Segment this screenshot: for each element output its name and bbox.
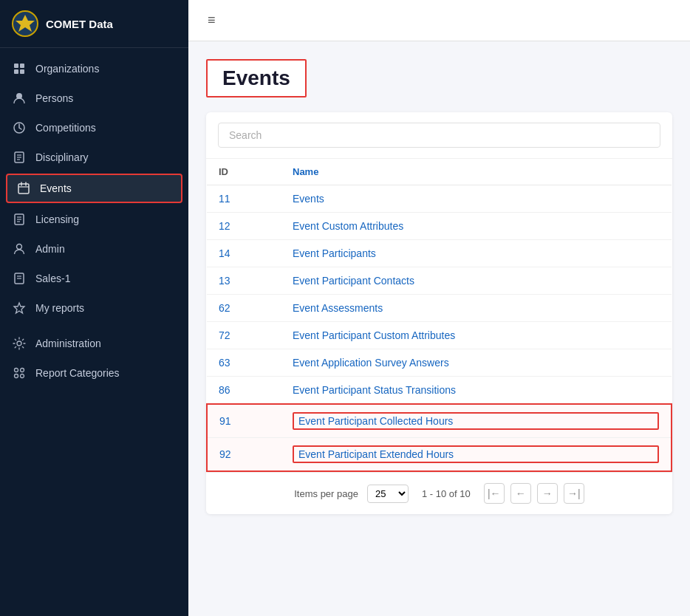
- svg-point-28: [15, 374, 18, 378]
- events-card: ID Name 11Events12Event Custom Attribute…: [206, 112, 672, 514]
- search-input[interactable]: [218, 123, 660, 148]
- cell-name[interactable]: Event Participant Collected Hours: [281, 404, 672, 438]
- sidebar-nav: Organizations Persons Competitions Disci…: [0, 48, 188, 394]
- pagination-prev[interactable]: ←: [510, 483, 531, 504]
- svg-point-20: [17, 244, 22, 250]
- table-row: 92Event Participant Extended Hours: [207, 438, 672, 472]
- table-row: 91Event Participant Collected Hours: [207, 404, 672, 438]
- search-box: [206, 112, 672, 159]
- svg-rect-5: [20, 69, 24, 74]
- svg-rect-2: [14, 64, 18, 68]
- page-area: Events ID Name 11Events12Event Custom At…: [188, 41, 690, 616]
- table-row: 72Event Participant Custom Attributes: [207, 322, 672, 349]
- sidebar: COMET Data Organizations Persons Competi…: [0, 0, 188, 616]
- svg-marker-24: [14, 303, 24, 313]
- sidebar-item-label: Licensing: [35, 213, 79, 225]
- disciplinary-icon: [12, 150, 27, 165]
- svg-point-25: [17, 341, 21, 346]
- table-row: 63Event Application Survey Answers: [207, 349, 672, 377]
- sidebar-item-label: Events: [40, 182, 72, 194]
- hamburger-menu[interactable]: ≡: [203, 10, 220, 31]
- sidebar-item-label: Persons: [35, 92, 73, 104]
- cell-name[interactable]: Event Application Survey Answers: [281, 349, 672, 377]
- cell-id[interactable]: 92: [207, 438, 281, 472]
- cell-id[interactable]: 91: [207, 404, 281, 438]
- sidebar-item-label: Report Categories: [35, 367, 120, 379]
- cell-id[interactable]: 86: [207, 377, 281, 405]
- svg-point-26: [15, 369, 18, 372]
- app-title: COMET Data: [46, 18, 113, 30]
- sidebar-item-sales1[interactable]: Sales-1: [0, 264, 188, 293]
- table-row: 12Event Custom Attributes: [207, 213, 672, 240]
- table-row: 13Event Participant Contacts: [207, 267, 672, 295]
- table-row: 14Event Participants: [207, 240, 672, 267]
- admin-icon: [12, 242, 27, 256]
- sidebar-item-label: Sales-1: [35, 273, 70, 284]
- svg-rect-12: [18, 184, 29, 194]
- cell-name[interactable]: Event Participant Extended Hours: [281, 438, 672, 472]
- topbar: ≡: [188, 0, 690, 41]
- cell-name[interactable]: Event Participant Contacts: [281, 267, 672, 295]
- competitions-icon: [12, 120, 27, 135]
- sidebar-item-licensing[interactable]: Licensing: [0, 205, 188, 234]
- page-title: Events: [222, 66, 290, 90]
- svg-point-29: [21, 374, 24, 378]
- sidebar-item-competitions[interactable]: Competitions: [0, 113, 188, 143]
- table-row: 86Event Participant Status Transitions: [207, 377, 672, 405]
- events-icon: [16, 181, 31, 196]
- pagination-first[interactable]: |←: [484, 483, 505, 504]
- app-logo: [12, 10, 38, 37]
- sidebar-item-report-categories[interactable]: Report Categories: [0, 358, 188, 388]
- administration-icon: [12, 336, 27, 351]
- svg-point-27: [21, 369, 24, 372]
- cell-name[interactable]: Event Participant Status Transitions: [281, 377, 672, 405]
- svg-rect-4: [14, 69, 18, 74]
- items-per-page-label: Items per page: [294, 488, 358, 499]
- cell-id[interactable]: 11: [207, 185, 281, 213]
- col-name: Name: [281, 159, 672, 185]
- sales-icon: [12, 271, 27, 286]
- cell-name[interactable]: Event Participants: [281, 240, 672, 267]
- cell-name[interactable]: Event Custom Attributes: [281, 213, 672, 240]
- sidebar-item-disciplinary[interactable]: Disciplinary: [0, 143, 188, 172]
- table-row: 11Events: [207, 185, 672, 213]
- cell-name[interactable]: Event Participant Custom Attributes: [281, 322, 672, 349]
- sidebar-item-label: Organizations: [35, 63, 99, 75]
- svg-rect-3: [20, 64, 24, 68]
- report-categories-icon: [12, 366, 27, 380]
- sidebar-item-organizations[interactable]: Organizations: [0, 54, 188, 83]
- pagination-range: 1 - 10 of 10: [422, 488, 471, 499]
- sidebar-item-admin[interactable]: Admin: [0, 234, 188, 264]
- cell-id[interactable]: 13: [207, 267, 281, 295]
- pagination: Items per page 25 50 100 1 - 10 of 10 |←…: [206, 472, 672, 514]
- cell-name[interactable]: Event Assessments: [281, 295, 672, 322]
- sidebar-item-label: My reports: [35, 302, 84, 314]
- cell-id[interactable]: 63: [207, 349, 281, 377]
- sidebar-item-label: Disciplinary: [35, 151, 89, 163]
- sidebar-item-administration[interactable]: Administration: [0, 329, 188, 358]
- sidebar-item-persons[interactable]: Persons: [0, 83, 188, 113]
- cell-id[interactable]: 62: [207, 295, 281, 322]
- persons-icon: [12, 91, 27, 106]
- pagination-next[interactable]: →: [537, 483, 558, 504]
- page-title-box: Events: [206, 59, 307, 97]
- cell-id[interactable]: 14: [207, 240, 281, 267]
- licensing-icon: [12, 212, 27, 227]
- pagination-last[interactable]: →|: [564, 483, 584, 504]
- sidebar-item-label: Administration: [35, 338, 101, 349]
- organizations-icon: [12, 61, 27, 76]
- cell-id[interactable]: 12: [207, 213, 281, 240]
- sidebar-item-events[interactable]: Events: [6, 174, 182, 203]
- table-row: 62Event Assessments: [207, 295, 672, 322]
- items-per-page-select[interactable]: 25 50 100: [367, 485, 409, 503]
- main-content: ≡ Events ID Name 11Events12Event: [188, 0, 690, 616]
- sidebar-item-my-reports[interactable]: My reports: [0, 293, 188, 323]
- my-reports-icon: [12, 301, 27, 315]
- sidebar-item-label: Competitions: [35, 122, 96, 134]
- sidebar-header: COMET Data: [0, 0, 188, 48]
- sidebar-item-label: Admin: [35, 243, 65, 255]
- events-table: ID Name 11Events12Event Custom Attribute…: [206, 159, 672, 472]
- col-id: ID: [207, 159, 281, 185]
- cell-id[interactable]: 72: [207, 322, 281, 349]
- cell-name[interactable]: Events: [281, 185, 672, 213]
